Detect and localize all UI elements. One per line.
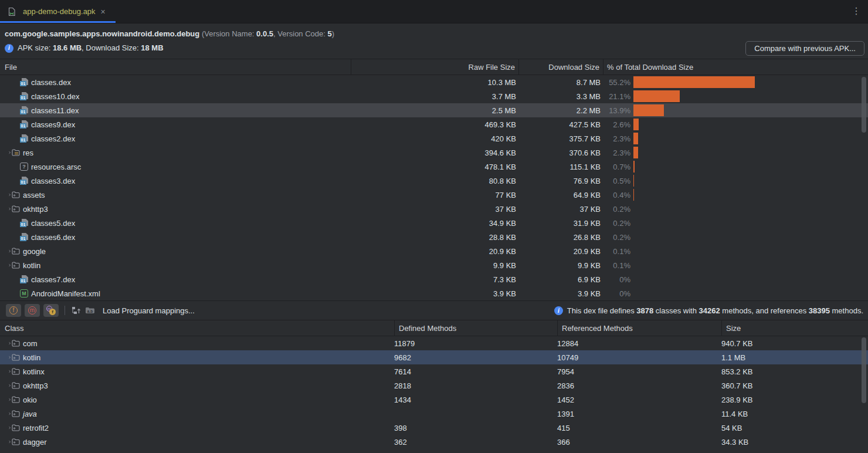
download-size: 370.6 KB	[518, 148, 603, 157]
chevron-right-icon[interactable]	[0, 150, 11, 155]
defined-methods-count: 1434	[394, 395, 557, 404]
load-proguard-mappings-link[interactable]: Load Proguard mappings...	[103, 306, 195, 315]
download-size: 37 KB	[518, 205, 603, 214]
file-row[interactable]: ?resources.arsc478.1 KB115.1 KB0.7%	[0, 160, 868, 174]
package-size: 54 KB	[721, 424, 868, 432]
class-row[interactable]: java139111.4 KB	[0, 407, 868, 421]
class-row[interactable]: kotlin9682107491.1 MB	[0, 350, 868, 364]
referenced-members-filter-icon[interactable]: mf	[43, 304, 59, 317]
package-name: retrofit2	[23, 424, 49, 432]
chevron-right-icon[interactable]	[0, 192, 11, 198]
file-row[interactable]: 01classes5.dex34.9 KB31.9 KB0.2%	[0, 216, 868, 230]
file-row[interactable]: kotlin9.9 KB9.9 KB0.1%	[0, 258, 868, 272]
file-name: classes2.dex	[31, 134, 75, 143]
chevron-right-icon[interactable]	[0, 248, 11, 254]
class-row[interactable]: com1187912884940.7 KB	[0, 336, 868, 350]
defined-methods-count: 398	[394, 424, 557, 432]
folder-icon	[11, 246, 21, 256]
file-row[interactable]: 01classes6.dex28.8 KB26.8 KB0.2%	[0, 230, 868, 244]
editor-tab-bar: app-demo-debug.apk × ⋮	[0, 0, 868, 23]
class-row[interactable]: okio14341452238.9 KB	[0, 393, 868, 407]
file-name: resources.arsc	[31, 163, 81, 171]
file-row[interactable]: 01classes10.dex3.7 MB3.3 MB21.1%	[0, 89, 868, 103]
column-header-raw-size[interactable]: Raw File Size	[351, 59, 518, 75]
chevron-right-icon[interactable]	[0, 354, 11, 360]
column-header-file[interactable]: File	[0, 63, 351, 72]
column-header-class[interactable]: Class	[5, 320, 24, 336]
close-icon[interactable]: ×	[101, 7, 106, 16]
download-percent-bar	[633, 119, 639, 130]
class-row[interactable]: okhttp328182836360.7 KB	[0, 378, 868, 393]
chevron-right-icon[interactable]	[0, 383, 11, 388]
apk-file-icon	[7, 7, 16, 16]
download-size: 76.9 KB	[518, 177, 603, 185]
referenced-methods-count: 1452	[557, 395, 721, 404]
referenced-methods-count: 12884	[557, 339, 721, 348]
column-header-size[interactable]: Size	[726, 320, 741, 336]
column-header-referenced-methods[interactable]: Referenced Methods	[562, 320, 633, 336]
chevron-right-icon[interactable]	[0, 340, 11, 346]
kebab-menu-icon[interactable]: ⋮	[852, 5, 861, 16]
raw-file-size: 394.6 KB	[351, 148, 518, 157]
dex-file-icon: 01	[19, 232, 29, 242]
raw-file-size: 9.9 KB	[351, 261, 518, 270]
classes-count: 3878	[636, 306, 653, 315]
package-size: 940.7 KB	[721, 339, 868, 348]
apk-size-value: 18.6 MB	[53, 43, 82, 52]
dex-file-icon: 01	[19, 120, 29, 129]
class-row[interactable]: kotlinx76147954853.2 KB	[0, 364, 868, 378]
file-row[interactable]: assets77 KB64.9 KB0.4%	[0, 188, 868, 202]
class-table-scrollbar-thumb[interactable]	[862, 337, 866, 403]
file-row[interactable]: 01classes.dex10.3 MB8.7 MB55.2%	[0, 75, 868, 89]
methods-filter-icon[interactable]: m	[25, 304, 40, 317]
file-row[interactable]: 01classes11.dex2.5 MB2.2 MB13.9%	[0, 103, 868, 117]
class-row[interactable]: dagger36236634.3 KB	[0, 435, 868, 449]
chevron-right-icon[interactable]	[0, 411, 11, 417]
file-row[interactable]: okhttp337 KB37 KB0.2%	[0, 202, 868, 216]
chevron-right-icon[interactable]	[0, 206, 11, 212]
chevron-right-icon[interactable]	[0, 425, 11, 431]
compare-apk-button[interactable]: Compare with previous APK...	[745, 41, 864, 56]
file-name: kotlin	[23, 261, 40, 270]
package-name: kotlin	[23, 353, 40, 362]
version-code: 5	[328, 29, 332, 38]
methods-count: 34262	[699, 306, 720, 315]
file-row[interactable]: 01classes7.dex7.3 KB6.9 KB0%	[0, 272, 868, 286]
class-rows: com1187912884940.7 KBkotlin9682107491.1 …	[0, 336, 868, 449]
column-header-percent[interactable]: % of Total Download Size	[603, 59, 868, 75]
file-row[interactable]: res394.6 KB370.6 KB2.3%	[0, 146, 868, 160]
dex-file-icon: 01	[19, 218, 29, 228]
file-name: classes5.dex	[31, 219, 75, 228]
class-row[interactable]: retrofit239841554 KB	[0, 421, 868, 435]
tab-apk-file[interactable]: app-demo-debug.apk ×	[0, 0, 114, 23]
file-name: classes9.dex	[31, 120, 75, 129]
active-tab-underline	[0, 21, 116, 23]
deobfuscate-names-icon[interactable]: a.b	[85, 305, 96, 316]
dex-info-line: i This dex file defines 3878 classes wit…	[554, 306, 863, 315]
fields-filter-icon[interactable]: f	[6, 304, 21, 317]
folder-icon	[11, 353, 21, 362]
column-header-defined-methods[interactable]: Defined Methods	[399, 320, 456, 336]
chevron-right-icon[interactable]	[0, 439, 11, 445]
expand-tree-icon[interactable]	[71, 305, 82, 316]
file-row[interactable]: google20.9 KB20.9 KB0.1%	[0, 244, 868, 258]
raw-file-size: 469.3 KB	[351, 120, 518, 129]
defined-methods-count: 9682	[394, 353, 557, 362]
column-header-download-size[interactable]: Download Size	[518, 59, 603, 75]
chevron-right-icon[interactable]	[0, 397, 11, 403]
chevron-right-icon[interactable]	[0, 262, 11, 268]
file-row[interactable]: 01classes3.dex80.8 KB76.9 KB0.5%	[0, 174, 868, 188]
chevron-right-icon[interactable]	[0, 369, 11, 374]
percent-label: 2.6%	[603, 120, 630, 129]
file-rows: 01classes.dex10.3 MB8.7 MB55.2%01classes…	[0, 75, 868, 300]
file-row[interactable]: 01classes2.dex420 KB375.7 KB2.3%	[0, 131, 868, 146]
folder-icon	[11, 423, 21, 432]
folder-icon	[11, 190, 21, 200]
download-percent-bar	[633, 175, 634, 187]
file-table-scrollbar-thumb[interactable]	[862, 77, 866, 133]
file-row[interactable]: 01classes9.dex469.3 KB427.5 KB2.6%	[0, 117, 868, 131]
raw-file-size: 3.7 MB	[351, 92, 518, 101]
referenced-methods-count: 415	[557, 424, 721, 432]
file-row[interactable]: MAndroidManifest.xml3.9 KB3.9 KB0%	[0, 286, 868, 300]
resources-folder-icon	[11, 148, 21, 157]
